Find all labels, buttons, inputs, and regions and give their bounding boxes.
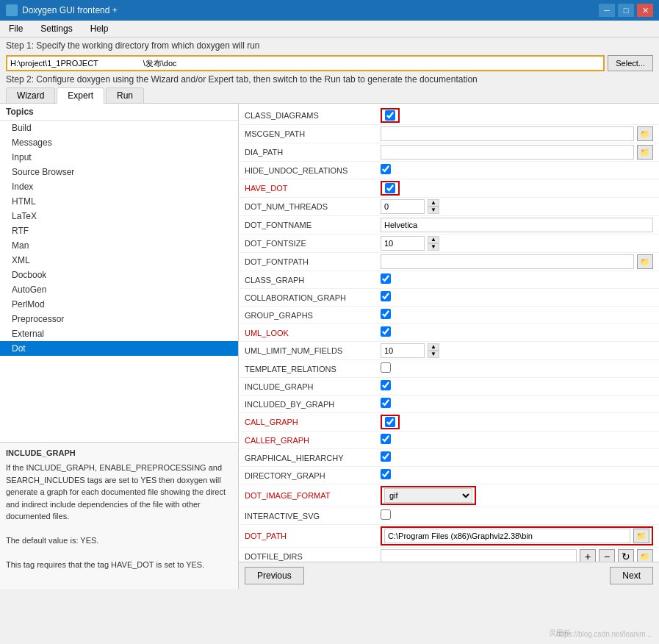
spinbox-dot_num_threads[interactable] (381, 199, 425, 214)
config-value-dot_fontpath: 📁 (381, 254, 653, 269)
checkbox-group_graphs[interactable] (381, 309, 391, 319)
minimize-button[interactable]: ─ (599, 4, 615, 17)
checkbox-class_diagrams[interactable] (385, 110, 395, 121)
checkbox-class_graph[interactable] (381, 273, 391, 284)
spin-down-dot_num_threads[interactable]: ▼ (428, 207, 439, 214)
folder-button-dot_fontpath[interactable]: 📁 (637, 254, 653, 269)
input-dot_fontpath[interactable] (381, 254, 634, 269)
input-mscgen_path[interactable] (381, 126, 634, 141)
sidebar-item-preprocessor[interactable]: Preprocessor (0, 312, 238, 326)
sidebar-item-build[interactable]: Build (0, 121, 238, 135)
input-dia_path[interactable] (381, 145, 634, 160)
main-content: Topics BuildMessagesInputSource BrowserI… (0, 104, 659, 589)
checkbox-have_dot[interactable] (385, 183, 395, 193)
config-value-dot_image_format: gifpngsvg (381, 486, 653, 505)
minus-button-dotfile_dirs[interactable]: − (599, 549, 615, 562)
config-value-dot_fontname (381, 218, 653, 232)
sidebar-item-messages[interactable]: Messages (0, 135, 238, 150)
config-row-dot_fontpath: DOT_FONTPATH📁 (239, 253, 659, 271)
next-button[interactable]: Next (610, 567, 653, 584)
config-label-template_relations: TEMPLATE_RELATIONS (245, 365, 381, 373)
checkbox-directory_graph[interactable] (381, 469, 391, 479)
folder-button-dot_path[interactable]: 📁 (633, 529, 649, 543)
folder-button-dia_path[interactable]: 📁 (637, 145, 653, 160)
config-row-dia_path: DIA_PATH📁 (239, 143, 659, 162)
working-dir-row: Select... (0, 54, 659, 73)
tab-run[interactable]: Run (106, 87, 144, 103)
sidebar-item-external[interactable]: External (0, 326, 238, 341)
folder-button-dotfile_dirs[interactable]: 📁 (637, 549, 653, 562)
spinbox-uml_limit_num_fields[interactable] (381, 343, 425, 358)
description-text: If the INCLUDE_GRAPH, ENABLE_PREPROCESSI… (6, 462, 232, 571)
checkbox-include_graph[interactable] (381, 380, 391, 390)
checkbox-hide_undoc_relations[interactable] (381, 164, 391, 174)
checkbox-included_by_graph[interactable] (381, 398, 391, 408)
config-row-directory_graph: DIRECTORY_GRAPH (239, 467, 659, 484)
config-label-dot_path: DOT_PATH (245, 532, 381, 540)
spin-up-dot_num_threads[interactable]: ▲ (428, 199, 439, 207)
config-label-dia_path: DIA_PATH (245, 148, 381, 157)
config-label-hide_undoc_relations: HIDE_UNDOC_RELATIONS (245, 166, 381, 175)
sidebar-item-perlmod[interactable]: PerlMod (0, 297, 238, 312)
checkbox-caller_graph[interactable] (381, 434, 391, 444)
config-scroll-area[interactable]: CLASS_DIAGRAMSMSCGEN_PATH📁DIA_PATH📁HIDE_… (239, 104, 659, 562)
input-dotfile_dirs[interactable] (381, 549, 577, 562)
plus-button-dotfile_dirs[interactable]: + (580, 549, 596, 562)
config-label-collaboration_graph: COLLABORATION_GRAPH (245, 293, 381, 302)
config-value-include_graph (381, 380, 653, 393)
config-row-uml_limit_num_fields: UML_LIMIT_NUM_FIELDS▲▼ (239, 342, 659, 360)
previous-button[interactable]: Previous (245, 567, 304, 584)
config-value-dot_fontsize: ▲▼ (381, 236, 653, 251)
sidebar-item-dot[interactable]: Dot (0, 341, 238, 356)
working-dir-input[interactable] (6, 55, 605, 71)
sidebar-item-xml[interactable]: XML (0, 253, 238, 268)
sidebar-item-docbook[interactable]: Docbook (0, 268, 238, 282)
folder-button-mscgen_path[interactable]: 📁 (637, 126, 653, 141)
checkbox-uml_look[interactable] (381, 326, 391, 337)
spin-up-dot_fontsize[interactable]: ▲ (428, 236, 439, 243)
input-dot_fontname[interactable] (381, 218, 653, 232)
config-value-have_dot (381, 181, 653, 196)
sidebar: Topics BuildMessagesInputSource BrowserI… (0, 104, 239, 589)
config-row-collaboration_graph: COLLABORATION_GRAPH (239, 289, 659, 307)
bottom-nav: Previous Next (239, 562, 659, 589)
sidebar-item-index[interactable]: Index (0, 179, 238, 194)
tab-expert[interactable]: Expert (57, 87, 104, 104)
spin-up-uml_limit_num_fields[interactable]: ▲ (428, 343, 439, 351)
menu-settings[interactable]: Settings (35, 22, 78, 35)
config-value-uml_look (381, 326, 653, 339)
sidebar-item-autogen[interactable]: AutoGen (0, 282, 238, 297)
app-icon (6, 4, 18, 16)
maximize-button[interactable]: □ (618, 4, 634, 17)
menu-bar: File Settings Help (0, 21, 659, 37)
config-label-included_by_graph: INCLUDED_BY_GRAPH (245, 400, 381, 409)
sidebar-item-latex[interactable]: LaTeX (0, 209, 238, 223)
checkbox-interactive_svg[interactable] (381, 509, 391, 520)
config-label-directory_graph: DIRECTORY_GRAPH (245, 471, 381, 480)
app-title: Doxygen GUI frontend + (22, 5, 118, 15)
checkbox-template_relations[interactable] (381, 362, 391, 373)
sidebar-item-man[interactable]: Man (0, 238, 238, 253)
menu-file[interactable]: File (3, 22, 29, 35)
spin-down-dot_fontsize[interactable]: ▼ (428, 243, 439, 251)
input-dot_path[interactable] (384, 529, 630, 543)
menu-help[interactable]: Help (84, 22, 115, 35)
refresh-button-dotfile_dirs[interactable]: ↻ (618, 549, 634, 562)
config-label-interactive_svg: INTERACTIVE_SVG (245, 512, 381, 520)
checkbox-collaboration_graph[interactable] (381, 291, 391, 301)
select-button[interactable]: Select... (608, 55, 653, 71)
sidebar-item-source-browser[interactable]: Source Browser (0, 165, 238, 179)
tab-wizard[interactable]: Wizard (6, 87, 55, 103)
sidebar-item-rtf[interactable]: RTF (0, 223, 238, 238)
config-label-dotfile_dirs: DOTFILE_DIRS (245, 552, 381, 561)
spin-down-uml_limit_num_fields[interactable]: ▼ (428, 351, 439, 358)
config-row-call_graph: CALL_GRAPH (239, 413, 659, 432)
select-dot_image_format[interactable]: gifpngsvg (384, 488, 472, 503)
checkbox-graphical_hierarchy[interactable] (381, 451, 391, 462)
close-button[interactable]: ✕ (637, 4, 653, 17)
title-bar-controls: ─ □ ✕ (599, 4, 653, 17)
sidebar-item-input[interactable]: Input (0, 150, 238, 165)
sidebar-item-html[interactable]: HTML (0, 194, 238, 209)
checkbox-call_graph[interactable] (385, 417, 395, 427)
spinbox-dot_fontsize[interactable] (381, 236, 425, 251)
